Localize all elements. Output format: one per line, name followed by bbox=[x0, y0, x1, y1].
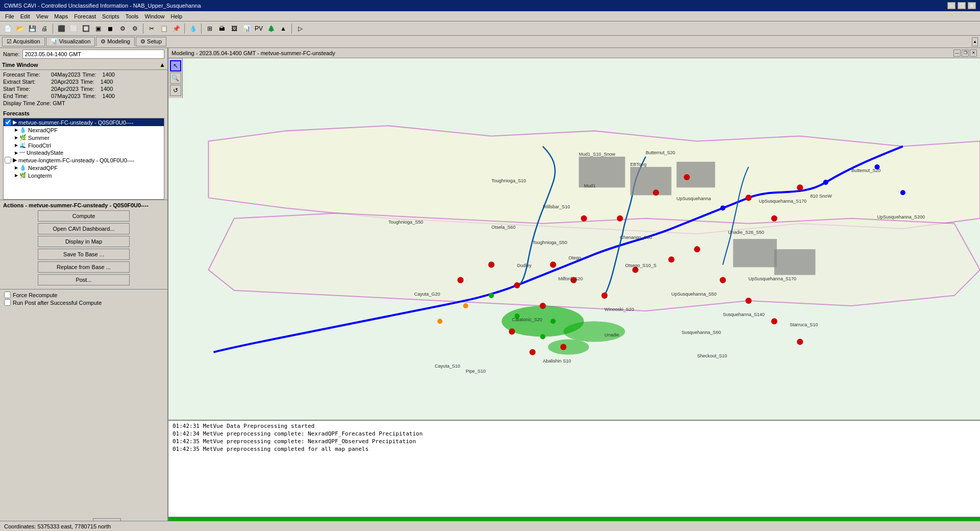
svg-point-24 bbox=[529, 349, 535, 355]
save-to-base-button[interactable]: Save To Base ... bbox=[38, 249, 130, 260]
toolbar-copy[interactable]: 📋 bbox=[158, 23, 169, 34]
map-restore-btn[interactable]: ❐ bbox=[962, 50, 969, 57]
name-input[interactable]: 2023.05.04-1400 GMT bbox=[22, 50, 164, 59]
minimize-button[interactable]: — bbox=[947, 2, 955, 9]
map-close-btn[interactable]: ✕ bbox=[970, 50, 977, 57]
toolbar-print[interactable]: 🖨 bbox=[39, 23, 50, 34]
toolbar-btn6[interactable]: ⚙ bbox=[117, 23, 128, 34]
menu-window[interactable]: Window bbox=[141, 13, 167, 20]
svg-text:Toughnioga_S50: Toughnioga_S50 bbox=[388, 220, 423, 225]
forecast-summer-header[interactable]: ▶ metvue-summer-FC-unsteady - Q0S0F0U0--… bbox=[4, 118, 164, 126]
toolbar-paste[interactable]: 📌 bbox=[170, 23, 182, 34]
toolbar-water[interactable]: 💧 bbox=[187, 23, 199, 34]
menu-help[interactable]: Help bbox=[168, 13, 186, 20]
forecast-list[interactable]: ▶ metvue-summer-FC-unsteady - Q0S0F0U0--… bbox=[3, 118, 164, 200]
svg-point-31 bbox=[457, 277, 463, 283]
map-container[interactable]: ↖ 🔍 ↺ bbox=[168, 58, 980, 420]
svg-text:Cayuta_S10: Cayuta_S10 bbox=[435, 364, 460, 369]
forecast-summer-checkbox[interactable] bbox=[5, 119, 11, 126]
timezone-label: Display Time Zone: GMT bbox=[3, 100, 65, 106]
post-button[interactable]: Post... bbox=[38, 274, 130, 285]
child-nexradqpf-2[interactable]: ▶ 💧 NexradQPF bbox=[4, 164, 164, 172]
child-expand-2: ▶ bbox=[15, 165, 18, 170]
toolbar-tree[interactable]: 🌲 bbox=[265, 23, 277, 34]
display-in-map-button[interactable]: Display in Map bbox=[38, 236, 130, 247]
toolbar-pv[interactable]: PV bbox=[253, 23, 264, 34]
toolbar-btn7[interactable]: ⚙ bbox=[129, 23, 140, 34]
toolbar-mountain[interactable]: 🏔 bbox=[216, 23, 228, 34]
compute-button[interactable]: Compute bbox=[38, 210, 130, 222]
toolbar-save[interactable]: 💾 bbox=[27, 23, 38, 34]
menu-bar: File Edit View Maps Forecast Scripts Too… bbox=[0, 11, 980, 21]
menu-forecast[interactable]: Forecast bbox=[71, 13, 99, 20]
child-expand-1: ▶ bbox=[15, 128, 18, 132]
svg-point-16 bbox=[617, 215, 623, 222]
tab-acquisition[interactable]: ☑ Acquisition bbox=[2, 37, 45, 46]
menu-file[interactable]: File bbox=[2, 13, 17, 20]
toolbar-btn3[interactable]: 🔲 bbox=[80, 23, 91, 34]
svg-text:Unadie_S26_S50: Unadie_S26_S50 bbox=[728, 230, 764, 235]
toolbar-open[interactable]: 📂 bbox=[14, 23, 26, 34]
svg-point-26 bbox=[720, 277, 726, 283]
menu-maps[interactable]: Maps bbox=[51, 13, 71, 20]
time-window-header[interactable]: Time Window ▲ bbox=[0, 60, 167, 70]
forecast-group-summer: ▶ metvue-summer-FC-unsteady - Q0S0F0U0--… bbox=[4, 118, 164, 156]
child-floodctrl[interactable]: ▶ 🌊 FloodCtrl bbox=[4, 141, 164, 149]
forecast-longterm-header[interactable]: ▶ metvue-longterm-FC-unsteady - Q0L0F0U0… bbox=[4, 156, 164, 164]
menu-scripts[interactable]: Scripts bbox=[99, 13, 122, 20]
svg-text:Abalishin S10: Abalishin S10 bbox=[543, 358, 571, 364]
child-label-lt: Longterm bbox=[28, 173, 52, 179]
toolbar-arrow[interactable]: ▷ bbox=[295, 23, 306, 34]
force-recompute-label: Force Recompute bbox=[13, 292, 57, 298]
acquisition-label: Acquisition bbox=[13, 38, 40, 44]
toolbar-tri[interactable]: ▲ bbox=[278, 23, 289, 34]
force-recompute-checkbox[interactable] bbox=[4, 292, 11, 298]
open-cavi-button[interactable]: Open CAVI Dashboard... bbox=[38, 223, 130, 234]
visualization-label: Visualization bbox=[59, 38, 91, 44]
svg-point-30 bbox=[488, 261, 495, 268]
svg-point-28 bbox=[771, 318, 777, 324]
svg-point-9 bbox=[514, 282, 520, 288]
window-controls: — ❐ ✕ bbox=[947, 2, 976, 9]
toolbar-scissors[interactable]: ✂ bbox=[146, 23, 157, 34]
svg-text:Chenango_S80: Chenango_S80 bbox=[620, 235, 652, 240]
forecast-summer-label: metvue-summer-FC-unsteady - Q0S0F0U0---- bbox=[18, 119, 134, 126]
toolbar-btn4[interactable]: ▣ bbox=[92, 23, 104, 34]
cursor-tool[interactable]: ↖ bbox=[170, 60, 181, 71]
child-longterm[interactable]: ▶ 🌿 Longterm bbox=[4, 172, 164, 179]
map-minimize-btn[interactable]: — bbox=[953, 50, 961, 57]
zoom-tool[interactable]: 🔍 bbox=[170, 73, 181, 84]
start-time-label: Start Time: bbox=[3, 86, 49, 92]
acquisition-icon: ☑ bbox=[7, 38, 12, 44]
toolbar-btn1[interactable]: ⬛ bbox=[56, 23, 67, 34]
refresh-tool[interactable]: ↺ bbox=[170, 85, 181, 96]
menu-edit[interactable]: Edit bbox=[17, 13, 33, 20]
menu-tools[interactable]: Tools bbox=[122, 13, 142, 20]
sep1 bbox=[53, 23, 53, 34]
toolbar-btn5[interactable]: ◼ bbox=[105, 23, 116, 34]
tab-setup[interactable]: ⚙ Setup bbox=[136, 37, 166, 46]
extract-start-time-label: Time: bbox=[81, 79, 99, 85]
toolbar-grid[interactable]: ⊞ bbox=[204, 23, 215, 34]
child-summer[interactable]: ▶ 🌿 Summer bbox=[4, 134, 164, 141]
tab-visualization[interactable]: 📊 Visualization bbox=[46, 37, 95, 46]
status-bar: Coordinates: 5375333 east, 7780715 north bbox=[0, 521, 980, 531]
toolbar-btn2[interactable]: ⬜ bbox=[68, 23, 79, 34]
close-button[interactable]: ✕ bbox=[968, 2, 976, 9]
menu-view[interactable]: View bbox=[33, 13, 52, 20]
svg-point-39 bbox=[540, 334, 545, 339]
child-nexradqpf-1[interactable]: ▶ 💧 NexradQPF bbox=[4, 126, 164, 134]
svg-point-18 bbox=[684, 174, 690, 180]
forecast-time-time: 1400 bbox=[103, 71, 115, 78]
replace-from-base-button[interactable]: Replace from Base ... bbox=[38, 261, 130, 273]
restore-button[interactable]: ❐ bbox=[958, 2, 966, 9]
panel-toggle[interactable]: ▲ bbox=[972, 37, 978, 46]
run-post-checkbox[interactable] bbox=[4, 299, 11, 306]
forecast-longterm-checkbox[interactable] bbox=[5, 157, 11, 163]
child-unsteady[interactable]: ▶ 〰 UnsteadyState bbox=[4, 149, 164, 156]
tab-modeling[interactable]: ⚙ Modeling bbox=[96, 37, 135, 46]
start-time-time-label: Time: bbox=[81, 86, 99, 92]
toolbar-chart[interactable]: 📊 bbox=[241, 23, 252, 34]
toolbar-photo[interactable]: 🖼 bbox=[229, 23, 240, 34]
toolbar-new[interactable]: 📄 bbox=[2, 23, 13, 34]
